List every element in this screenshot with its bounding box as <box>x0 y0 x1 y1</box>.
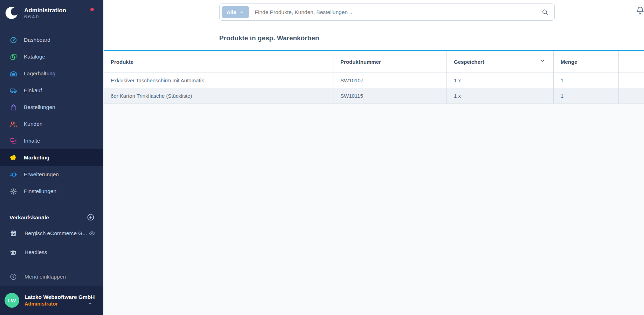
sidebar-item-bestellungen[interactable]: Bestellungen <box>0 99 103 116</box>
app-header: Administration 6.6.4.0 <box>0 0 103 24</box>
sidebar-item-einstellungen[interactable]: Einstellungen <box>0 183 103 200</box>
sidebar-item-label: Lagerhaltung <box>24 70 56 77</box>
sidebar-item-lagerhaltung[interactable]: Lagerhaltung <box>0 65 103 82</box>
sidebar-item-dashboard[interactable]: Dashboard <box>0 32 103 48</box>
sidebar-item-sales-channel-bergisch[interactable]: Bergisch eCommerce G... <box>0 225 103 242</box>
search-input[interactable] <box>255 9 541 15</box>
megaphone-icon <box>9 153 18 162</box>
column-header-empty <box>619 51 644 73</box>
main-navigation: Dashboard Kataloge Lagerhaltung Einkauf <box>0 32 103 200</box>
sidebar-item-label: Marketing <box>24 155 49 161</box>
sales-channels-heading: Verkaufskanäle <box>0 212 103 223</box>
sales-channel-label: Bergisch eCommerce G... <box>25 230 87 237</box>
table-row[interactable]: Exklusiver Taschenschirm mit Automatik S… <box>104 73 644 88</box>
cell-saved: 1 x <box>447 73 554 88</box>
sidebar-item-erweiterungen[interactable]: Erweiterungen <box>0 166 103 183</box>
sidebar-item-label: Kataloge <box>24 54 45 60</box>
cell-quantity: 1 <box>554 88 619 103</box>
shopping-bag-icon <box>9 103 18 111</box>
cell-empty <box>619 73 644 88</box>
cell-quantity: 1 <box>554 73 619 88</box>
sales-channels-section: Verkaufskanäle Bergisch eCommerce G... H <box>0 212 103 261</box>
search-filter-dropdown[interactable]: Alle <box>222 6 249 18</box>
plug-icon <box>9 170 18 179</box>
sidebar-item-kunden[interactable]: Kunden <box>0 116 103 132</box>
truck-icon <box>9 86 18 95</box>
chevron-down-icon <box>239 9 244 15</box>
global-search: Alle <box>219 4 555 21</box>
app-version: 6.6.4.0 <box>24 14 66 19</box>
shopware-admin-window: Administration 6.6.4.0 Dashboard Katalog… <box>0 0 644 315</box>
eye-icon[interactable] <box>89 230 96 237</box>
app-title: Administration <box>24 7 66 14</box>
sidebar-item-label: Bestellungen <box>24 104 55 110</box>
sidebar-item-label: Erweiterungen <box>24 171 59 178</box>
user-menu[interactable]: LW Latzko Websoftware GmbH Administrator <box>0 286 103 315</box>
sidebar-item-inhalte[interactable]: Inhalte <box>0 132 103 149</box>
cell-product: 6er Karton Trinkflasche (Stückliste) <box>104 88 333 103</box>
table-row[interactable]: 6er Karton Trinkflasche (Stückliste) SW1… <box>104 88 644 104</box>
sidebar-item-label: Einstellungen <box>24 188 56 194</box>
search-filter-label: Alle <box>227 9 236 15</box>
notifications-bell-icon[interactable] <box>635 4 644 15</box>
page-title: Produkte in gesp. Warenkörben <box>219 34 319 42</box>
catalogues-icon <box>9 53 18 61</box>
app-title-block: Administration 6.6.4.0 <box>24 7 66 19</box>
sidebar-item-label: Dashboard <box>24 37 50 43</box>
sales-channel-label: Headless <box>25 249 47 255</box>
user-name: Latzko Websoftware GmbH <box>25 294 95 301</box>
sidebar-item-marketing[interactable]: Marketing <box>0 149 103 166</box>
column-header-produktnummer[interactable]: Produktnummer <box>333 51 447 73</box>
add-sales-channel-button[interactable] <box>86 213 95 221</box>
notification-dot <box>90 8 94 11</box>
saved-carts-table: Produkte Produktnummer Gespeichert Menge… <box>104 51 644 104</box>
product-link[interactable]: Exklusiver Taschenschirm mit Automatik <box>111 77 204 83</box>
search-icon[interactable] <box>541 8 549 16</box>
top-bar: Alle <box>104 0 644 26</box>
sort-chevron-down-icon <box>540 58 546 64</box>
dashboard-icon <box>9 36 18 44</box>
user-role: Administrator <box>25 301 95 307</box>
content-icon <box>9 137 18 145</box>
collapse-menu-button[interactable]: Menü einklappen <box>0 268 103 285</box>
cell-product-number: SW10107 <box>333 73 447 88</box>
basket-icon <box>9 248 17 256</box>
column-header-label: Gespeichert <box>454 59 484 65</box>
sidebar-item-einkauf[interactable]: Einkauf <box>0 82 103 99</box>
sidebar-item-label: Inhalte <box>24 138 40 144</box>
avatar: LW <box>5 293 19 308</box>
chevron-left-circle-icon <box>9 273 17 281</box>
sidebar-item-kataloge[interactable]: Kataloge <box>0 48 103 65</box>
sidebar-item-sales-channel-headless[interactable]: Headless <box>0 244 103 261</box>
sidebar-item-label: Einkauf <box>24 87 42 94</box>
warehouse-icon <box>9 69 18 78</box>
sales-channels-title: Verkaufskanäle <box>9 214 49 221</box>
cell-empty <box>619 88 644 103</box>
customers-icon <box>9 120 18 128</box>
chevron-up-icon <box>87 300 93 306</box>
collapse-menu-label: Menü einklappen <box>25 274 66 280</box>
sidebar: Administration 6.6.4.0 Dashboard Katalog… <box>0 0 103 315</box>
user-meta: Latzko Websoftware GmbH Administrator <box>25 294 95 307</box>
column-header-gespeichert[interactable]: Gespeichert <box>447 51 554 73</box>
table-header-row: Produkte Produktnummer Gespeichert Menge <box>104 51 644 73</box>
sidebar-item-label: Kunden <box>24 121 42 127</box>
product-link[interactable]: 6er Karton Trinkflasche (Stückliste) <box>111 93 192 99</box>
cell-saved: 1 x <box>447 88 554 103</box>
storefront-icon <box>9 230 17 237</box>
column-header-menge[interactable]: Menge <box>554 51 619 73</box>
smart-bar: Produkte in gesp. Warenkörben <box>104 26 644 51</box>
shopware-logo-icon <box>5 6 19 20</box>
gear-icon <box>9 187 18 196</box>
column-header-produkte[interactable]: Produkte <box>104 51 333 73</box>
cell-product-number: SW10115 <box>333 88 447 103</box>
main-content: Alle Produkte in gesp. Warenkörben Produ… <box>103 0 644 315</box>
cell-product: Exklusiver Taschenschirm mit Automatik <box>104 73 333 88</box>
